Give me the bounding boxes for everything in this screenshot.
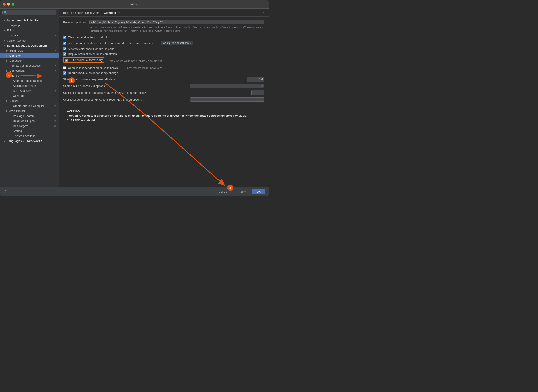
settings-icon: ⚙ <box>54 125 57 128</box>
vm-input-1[interactable]: ⤢ <box>190 84 264 88</box>
help-button[interactable]: ? <box>4 189 6 194</box>
add-runtime-label[interactable]: Add runtime assertions for notnull-annot… <box>68 42 156 45</box>
vm-label-1: Shared build process VM options: <box>63 84 188 88</box>
clear-output-label[interactable]: Clear output directory on rebuild <box>68 36 108 39</box>
compile-parallel-checkbox[interactable] <box>63 66 66 70</box>
expand-icon: ⤢ <box>261 85 263 87</box>
user-heap-row: User-local build process heap size (Mbyt… <box>63 90 264 95</box>
breadcrumb: Build, Execution, Deployment › Compiler … <box>63 11 121 14</box>
sidebar-item-app-servers[interactable]: Application Servers <box>0 83 59 88</box>
build-auto-checkbox[interactable] <box>65 59 68 62</box>
resource-label: Resource patterns: <box>63 21 87 24</box>
settings-icon: ⚙ <box>54 89 57 93</box>
auto-show-error-label[interactable]: Automatically show first error in editor <box>68 47 115 51</box>
sidebar-item-android-configs[interactable]: Android Configurations <box>0 78 59 83</box>
display-notification-checkbox[interactable] <box>63 52 66 56</box>
cancel-button[interactable]: Cancel <box>214 189 232 195</box>
warning-box: WARNING! If option 'Clear output directo… <box>63 106 264 125</box>
resource-patterns-row: Resource patterns: a;!?*.form;!?*.class;… <box>63 20 264 24</box>
expand-icon-2: ⤢ <box>261 98 263 101</box>
settings-icon: ⚙ <box>54 64 57 67</box>
footer-actions: Cancel Apply OK <box>214 189 265 195</box>
resource-input[interactable]: a;!?*.form;!?*.class;!?*.groovy;!?*.scal… <box>89 20 264 24</box>
sidebar-item-docker[interactable]: ▶ Docker <box>0 98 59 103</box>
add-runtime-checkbox[interactable] <box>63 42 66 45</box>
display-notification-label[interactable]: Display notification on build completion <box>68 52 117 56</box>
chevron-icon: ▶ <box>4 29 7 32</box>
close-button[interactable] <box>3 3 6 6</box>
sidebar-item-build-tools[interactable]: ▶ Build Tools ⚙ <box>0 48 59 53</box>
settings-icon: ⚙ <box>54 69 57 72</box>
rebuild-on-change-label[interactable]: Rebuild module on dependency change <box>68 71 118 75</box>
clear-output-checkbox[interactable] <box>63 36 66 39</box>
sidebar-item-plugins[interactable]: Plugins ⚙ <box>0 33 59 38</box>
back-button[interactable]: ← <box>256 11 260 15</box>
sidebar-item-package-search[interactable]: Package Search ⚙ <box>0 113 59 118</box>
vm-options-row-1: Shared build process VM options: ⤢ <box>63 84 264 88</box>
chevron-icon: ▶ <box>6 70 9 72</box>
sidebar-item-debugger[interactable]: ▶ Debugger <box>0 58 59 63</box>
sidebar-item-required-plugins[interactable]: Required Plugins ⚙ <box>0 118 59 123</box>
checkbox-compile-parallel: Compile independent modules in parallel … <box>63 66 264 70</box>
maximize-button[interactable] <box>12 3 14 6</box>
checkbox-auto-show-error: Automatically show first error in editor <box>63 47 264 51</box>
chevron-icon: ▶ <box>6 54 9 57</box>
window-title: Settings <box>129 3 140 6</box>
rebuild-on-change-checkbox[interactable] <box>63 71 66 75</box>
sidebar-item-coverage[interactable]: Coverage <box>0 93 59 98</box>
chevron-icon: ▶ <box>6 49 9 52</box>
heap-input[interactable] <box>247 77 264 82</box>
auto-show-error-checkbox[interactable] <box>63 47 66 51</box>
search-input-wrap[interactable]: 🔍 <box>2 10 56 15</box>
sidebar-item-compiler[interactable]: ▶ Compiler <box>0 53 59 58</box>
checkbox-build-auto-highlight: Build project automatically <box>63 57 104 63</box>
chevron-icon: ▶ <box>4 19 7 22</box>
checkbox-rebuild-on-change: Rebuild module on dependency change <box>63 71 264 75</box>
chevron-icon: ▶ <box>4 39 7 42</box>
checkbox-add-runtime: Add runtime assertions for notnull-annot… <box>63 41 264 46</box>
sidebar-item-java-profiler[interactable]: ▶ Java Profiler <box>0 108 59 113</box>
settings-icon: ⚙ <box>54 49 57 52</box>
sidebar-item-build-execution[interactable]: ▼ Build, Execution, Deployment <box>0 43 59 48</box>
sidebar: 🔍 ▶ Appearance & Behavior Keymap ▶ Edito… <box>0 9 59 187</box>
chevron-down-icon: ▼ <box>4 44 7 47</box>
sidebar-item-testing[interactable]: Testing <box>0 128 59 134</box>
sidebar-item-gradle-android[interactable]: Gradle-Android Compiler ⚙ <box>0 103 59 108</box>
sidebar-item-trusted-locations[interactable]: Trusted Locations <box>0 134 59 139</box>
apply-button[interactable]: Apply <box>234 189 250 195</box>
sidebar-item-remote-jar[interactable]: Remote Jar Repositories ⚙ <box>0 63 59 68</box>
sidebar-item-version-control[interactable]: ▶ Version Control <box>0 38 59 43</box>
vm-input-2[interactable]: ⤢ <box>190 98 264 102</box>
configure-annotations-button[interactable]: Configure annotations... <box>161 41 193 46</box>
traffic-lights <box>3 3 14 6</box>
search-input[interactable] <box>9 11 55 14</box>
heap-label: Shared build process heap size (Mbytes): <box>63 78 245 81</box>
forward-button[interactable]: → <box>261 11 264 15</box>
search-bar: 🔍 <box>0 9 59 17</box>
build-auto-label[interactable]: Build project automatically <box>70 58 103 62</box>
vm-label-2: User-local build process VM options (ove… <box>63 98 188 101</box>
ok-button[interactable]: OK <box>252 189 265 195</box>
chevron-icon: ▶ <box>6 59 9 62</box>
user-heap-input[interactable] <box>251 90 264 95</box>
chevron-icon: ▶ <box>4 140 7 142</box>
sidebar-item-languages[interactable]: ▶ Languages & Frameworks <box>0 139 59 144</box>
heap-row: Shared build process heap size (Mbytes): <box>63 77 264 82</box>
sidebar-item-keymap[interactable]: Keymap <box>0 23 59 28</box>
sidebar-item-appearance[interactable]: ▶ Appearance & Behavior <box>0 18 59 23</box>
content-header: Build, Execution, Deployment › Compiler … <box>59 9 269 17</box>
sidebar-item-android[interactable]: ▶ Android <box>0 73 59 78</box>
sidebar-item-build-analyzer[interactable]: Build Analyzer ⚙ <box>0 88 59 93</box>
minimize-button[interactable] <box>7 3 10 6</box>
settings-icon: ⚙ <box>54 120 57 123</box>
settings-icon: ⚙ <box>54 34 57 37</box>
sidebar-item-run-targets[interactable]: Run Targets ⚙ <box>0 123 59 128</box>
resource-input-text: a;!?*.form;!?*.class;!?*.groovy;!?*.scal… <box>91 21 260 24</box>
settings-icon: ⚙ <box>54 104 57 107</box>
sidebar-item-editor[interactable]: ▶ Editor <box>0 28 59 33</box>
external-link-icon[interactable]: ⇥ <box>117 11 121 14</box>
checkbox-display-notification: Display notification on build completion <box>63 52 264 56</box>
compile-parallel-label[interactable]: Compile independent modules in parallel <box>68 66 119 70</box>
sidebar-item-deployment[interactable]: ▶ Deployment ⚙ <box>0 68 59 73</box>
warning-title: WARNING! <box>67 109 261 113</box>
